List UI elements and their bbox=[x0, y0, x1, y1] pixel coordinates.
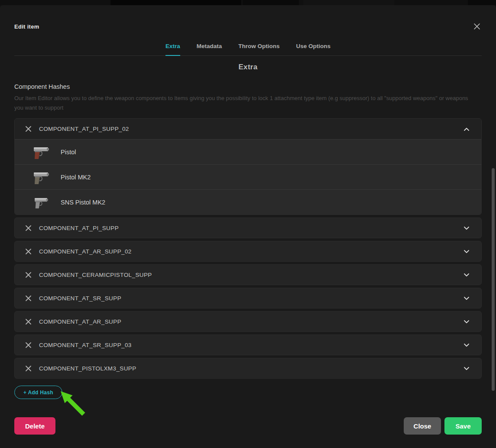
chevron-down-icon[interactable] bbox=[462, 294, 471, 302]
weapon-row[interactable]: Pistol bbox=[15, 139, 481, 164]
x-remove-icon[interactable] bbox=[25, 318, 32, 325]
hash-row-header[interactable]: COMPONENT_AT_SR_SUPP bbox=[15, 288, 481, 308]
hash-label: COMPONENT_AT_PI_SUPP bbox=[39, 225, 462, 231]
chevron-down-icon[interactable] bbox=[462, 247, 471, 256]
add-hash-button[interactable]: + Add Hash bbox=[14, 386, 62, 399]
save-button[interactable]: Save bbox=[444, 417, 482, 435]
hash-label: COMPONENT_AT_AR_SUPP_02 bbox=[39, 248, 462, 255]
hash-row-header[interactable]: COMPONENT_AT_SR_SUPP_03 bbox=[15, 335, 481, 355]
edit-item-modal: Edit item Extra Metadata Throw Options U… bbox=[0, 5, 496, 448]
hash-card: COMPONENT_AT_SR_SUPP bbox=[14, 288, 482, 308]
weapon-sublist: Pistol Pistol MK2 SNS Pistol MK2 bbox=[15, 139, 481, 214]
weapon-name: Pistol MK2 bbox=[61, 174, 91, 181]
hash-label: COMPONENT_AT_SR_SUPP_03 bbox=[39, 342, 462, 348]
tab-metadata[interactable]: Metadata bbox=[197, 43, 222, 55]
hash-row-header[interactable]: COMPONENT_AT_AR_SUPP_02 bbox=[15, 241, 481, 261]
hash-card-expanded: COMPONENT_AT_PI_SUPP_02 Pistol Pistol MK… bbox=[14, 118, 482, 215]
x-remove-icon[interactable] bbox=[25, 342, 32, 348]
x-remove-icon[interactable] bbox=[25, 225, 32, 231]
delete-button[interactable]: Delete bbox=[14, 417, 55, 435]
close-button[interactable]: Close bbox=[404, 417, 441, 435]
vertical-scrollbar-thumb[interactable] bbox=[492, 168, 495, 391]
x-remove-icon[interactable] bbox=[25, 295, 32, 302]
weapon-row[interactable]: Pistol MK2 bbox=[15, 164, 481, 189]
hash-card: COMPONENT_AT_AR_SUPP_02 bbox=[14, 241, 482, 262]
hash-card: COMPONENT_AT_AR_SUPP bbox=[14, 311, 482, 332]
hash-list: COMPONENT_AT_PI_SUPP_02 Pistol Pistol MK… bbox=[14, 118, 482, 379]
chevron-down-icon[interactable] bbox=[462, 270, 471, 279]
weapon-row[interactable]: SNS Pistol MK2 bbox=[15, 189, 481, 214]
page-title: Extra bbox=[14, 63, 482, 71]
hash-label: COMPONENT_AT_PI_SUPP_02 bbox=[39, 126, 462, 132]
tab-bar: Extra Metadata Throw Options Use Options bbox=[14, 43, 482, 56]
chevron-up-icon[interactable] bbox=[462, 125, 471, 133]
x-remove-icon[interactable] bbox=[25, 248, 32, 255]
pistol-icon bbox=[33, 195, 49, 210]
backdrop-block bbox=[468, 0, 496, 5]
component-hashes-description: Our Item Editor allows you to define the… bbox=[14, 94, 473, 113]
x-remove-icon[interactable] bbox=[25, 365, 32, 372]
x-remove-icon[interactable] bbox=[25, 272, 32, 278]
backdrop-block bbox=[110, 0, 241, 5]
hash-label: COMPONENT_AT_SR_SUPP bbox=[39, 295, 462, 302]
hash-card: COMPONENT_CERAMICPISTOL_SUPP bbox=[14, 264, 482, 285]
hash-card: COMPONENT_AT_SR_SUPP_03 bbox=[14, 334, 482, 355]
chevron-down-icon[interactable] bbox=[462, 224, 471, 232]
hash-row-header[interactable]: COMPONENT_PISTOLXM3_SUPP bbox=[15, 358, 481, 378]
pistol-icon bbox=[32, 169, 50, 186]
hash-card: COMPONENT_PISTOLXM3_SUPP bbox=[14, 358, 482, 379]
component-hashes-heading: Component Hashes bbox=[14, 83, 482, 90]
hash-row-header[interactable]: COMPONENT_AT_AR_SUPP bbox=[15, 312, 481, 331]
hash-card: COMPONENT_AT_PI_SUPP bbox=[14, 218, 482, 238]
hash-label: COMPONENT_AT_AR_SUPP bbox=[39, 318, 462, 325]
x-remove-icon[interactable] bbox=[25, 126, 32, 132]
modal-title: Edit item bbox=[14, 23, 39, 30]
weapon-name: Pistol bbox=[61, 149, 76, 156]
weapon-name: SNS Pistol MK2 bbox=[61, 199, 105, 206]
page-behind-modal bbox=[0, 0, 496, 5]
hash-label: COMPONENT_CERAMICPISTOL_SUPP bbox=[39, 272, 462, 278]
hash-row-header[interactable]: COMPONENT_AT_PI_SUPP_02 bbox=[15, 119, 481, 139]
backdrop-block bbox=[303, 0, 394, 5]
chevron-down-icon[interactable] bbox=[462, 364, 471, 373]
close-icon[interactable] bbox=[472, 22, 482, 31]
chevron-down-icon[interactable] bbox=[462, 341, 471, 349]
backdrop-block bbox=[243, 0, 299, 5]
hash-row-header[interactable]: COMPONENT_CERAMICPISTOL_SUPP bbox=[15, 265, 481, 285]
modal-footer: Delete Close Save bbox=[14, 417, 482, 435]
tab-use-options[interactable]: Use Options bbox=[296, 43, 331, 55]
hash-row-header[interactable]: COMPONENT_AT_PI_SUPP bbox=[15, 218, 481, 238]
chevron-down-icon[interactable] bbox=[462, 317, 471, 326]
hash-label: COMPONENT_PISTOLXM3_SUPP bbox=[39, 365, 462, 372]
tab-extra[interactable]: Extra bbox=[165, 43, 180, 56]
tab-throw-options[interactable]: Throw Options bbox=[238, 43, 279, 55]
pistol-icon bbox=[32, 143, 50, 161]
